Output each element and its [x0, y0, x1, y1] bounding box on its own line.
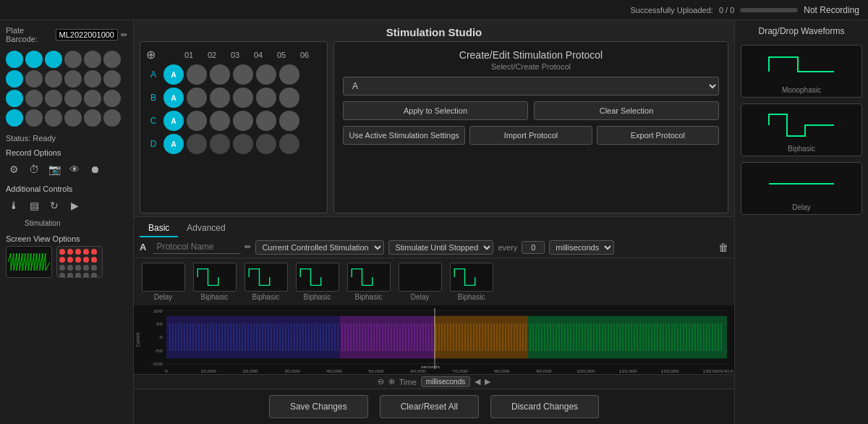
waveform-block-1[interactable]: Biphasic	[191, 263, 238, 301]
well-d6[interactable]	[103, 109, 121, 127]
waveform-block-4[interactable]: Biphasic	[345, 263, 392, 301]
stim-icon[interactable]: ▤	[26, 198, 42, 213]
every-input[interactable]	[522, 241, 545, 254]
add-icon[interactable]: ⊕	[146, 48, 156, 62]
well-b6-grid[interactable]	[279, 88, 299, 108]
well-a4-grid[interactable]	[233, 64, 253, 85]
well-b4-grid[interactable]	[233, 88, 253, 108]
well-b2-grid[interactable]	[187, 88, 207, 108]
well-b5-grid[interactable]	[256, 88, 276, 108]
well-d2[interactable]	[25, 109, 43, 127]
protocol-select[interactable]: A	[343, 77, 719, 96]
tab-advanced[interactable]: Advanced	[178, 220, 234, 237]
main-layout: Plate Barcode: ML2022001000 ✏	[0, 20, 868, 424]
save-changes-button[interactable]: Save Changes	[269, 395, 368, 418]
well-c4[interactable]	[64, 90, 82, 107]
well-d5-grid[interactable]	[256, 134, 276, 154]
well-c2-grid[interactable]	[187, 111, 207, 131]
scroll-left-icon[interactable]: ◀	[475, 377, 480, 386]
snapshot-icon[interactable]: 📷	[46, 161, 62, 177]
well-a2-grid[interactable]	[187, 64, 207, 85]
waveform-block-0[interactable]: Delay	[140, 263, 187, 301]
import-protocol-button[interactable]: Import Protocol	[469, 126, 592, 145]
every-unit-select[interactable]: milliseconds	[549, 240, 614, 255]
refresh-icon[interactable]: ↻	[46, 198, 62, 213]
pencil-icon[interactable]: ✏	[244, 242, 251, 252]
waveform-block-3[interactable]: Biphasic	[294, 263, 341, 301]
well-b2[interactable]	[25, 70, 43, 88]
well-d3[interactable]	[45, 109, 62, 127]
eye-icon[interactable]: 👁	[67, 161, 82, 177]
well-d5[interactable]	[84, 109, 101, 127]
well-a5[interactable]	[84, 51, 101, 68]
zoom-out-icon[interactable]: ⊖	[378, 377, 384, 386]
settings-icon[interactable]: ⚙	[6, 161, 22, 177]
well-d4-grid[interactable]	[233, 134, 253, 154]
record-icon[interactable]: ⏺	[87, 161, 103, 177]
well-a4[interactable]	[64, 51, 82, 68]
apply-to-selection-button[interactable]: Apply to Selection	[343, 101, 528, 120]
well-a1[interactable]	[6, 51, 23, 68]
col-04: 04	[248, 51, 268, 59]
monophasic-waveform-card[interactable]: Monophasic	[741, 45, 862, 98]
waveform-block-6[interactable]: Biphasic	[448, 263, 495, 301]
zoom-in-icon[interactable]: ⊕	[388, 377, 395, 386]
well-d6-grid[interactable]	[279, 134, 299, 154]
temperature-icon[interactable]: 🌡	[6, 198, 22, 213]
well-b3[interactable]	[45, 70, 62, 88]
well-c3-grid[interactable]	[210, 111, 230, 131]
well-a6-grid[interactable]	[279, 64, 299, 85]
well-d1-grid[interactable]: A	[163, 134, 184, 154]
well-b3-grid[interactable]	[210, 88, 230, 108]
bottom-area: Basic Advanced A ✏ Current Controlled St…	[134, 216, 734, 389]
well-c5-grid[interactable]	[256, 111, 276, 131]
well-b5[interactable]	[84, 70, 101, 88]
well-c2[interactable]	[25, 90, 43, 107]
well-c1-grid[interactable]: A	[163, 111, 184, 131]
well-c3[interactable]	[45, 90, 62, 107]
waveform-block-5[interactable]: Delay	[396, 263, 443, 301]
well-b1[interactable]	[6, 70, 23, 88]
well-c6-grid[interactable]	[279, 111, 299, 131]
well-c5[interactable]	[84, 90, 101, 107]
well-a2[interactable]	[25, 51, 43, 68]
clear-reset-all-button[interactable]: Clear/Reset All	[380, 395, 479, 418]
well-a3-grid[interactable]	[210, 64, 230, 85]
delete-icon[interactable]: 🗑	[718, 242, 728, 253]
use-active-settings-button[interactable]: Use Active Stimulation Settings	[343, 126, 465, 145]
export-protocol-button[interactable]: Export Protocol	[597, 126, 719, 145]
well-a5-grid[interactable]	[256, 64, 276, 85]
waveform-label-6: Biphasic	[458, 293, 485, 301]
biphasic-waveform-card[interactable]: Biphasic	[741, 103, 862, 156]
play-icon[interactable]: ▶	[67, 198, 82, 213]
tab-basic[interactable]: Basic	[140, 220, 178, 237]
well-d1[interactable]	[6, 109, 23, 127]
well-a6[interactable]	[103, 51, 121, 68]
discard-changes-button[interactable]: Discard Changes	[490, 395, 599, 418]
timer-icon[interactable]: ⏱	[26, 161, 42, 177]
waveform-block-2[interactable]: Biphasic	[242, 263, 289, 301]
delay-waveform-card[interactable]: Delay	[741, 162, 862, 215]
dots-thumbnail[interactable]	[56, 246, 103, 278]
clear-selection-button[interactable]: Clear Selection	[534, 101, 719, 120]
well-c1[interactable]	[6, 90, 23, 107]
well-d3-grid[interactable]	[210, 134, 230, 154]
edit-barcode-icon[interactable]: ✏	[121, 30, 127, 40]
well-b6[interactable]	[103, 70, 121, 88]
well-a1-grid[interactable]: A	[163, 64, 184, 85]
well-c6[interactable]	[103, 90, 121, 107]
well-d2-grid[interactable]	[187, 134, 207, 154]
biphasic-preview	[744, 107, 859, 143]
well-grid-header: ⊕ 01 02 03 04 05 06	[146, 48, 321, 62]
well-b1-grid[interactable]: A	[163, 88, 184, 108]
well-c4-grid[interactable]	[233, 111, 253, 131]
well-d4[interactable]	[64, 109, 82, 127]
waveform-thumbnail[interactable]	[6, 246, 52, 278]
well-b4[interactable]	[64, 70, 82, 88]
well-a3[interactable]	[45, 51, 62, 68]
stim-type-select[interactable]: Current Controlled Stimulation	[255, 240, 384, 255]
scroll-right-icon[interactable]: ▶	[485, 377, 490, 386]
milliseconds-badge[interactable]: milliseconds	[421, 376, 470, 387]
protocol-name-input[interactable]	[153, 240, 240, 254]
stim-until-select[interactable]: Stimulate Until Stopped	[388, 240, 493, 255]
